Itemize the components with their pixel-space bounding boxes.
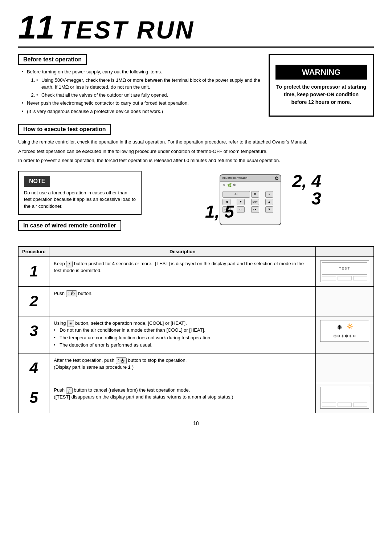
procedure-table: Procedure Description 1 Keep ƒ button pu… xyxy=(18,246,374,413)
wired-section: In case of wired remote controller xyxy=(18,220,142,235)
top-section: Before test operation Before turning on … xyxy=(18,54,374,117)
remote-diagram: REMOTE CONTROLLER ⏻ ☀ 🌿 ❄ ⊕↑ ⚙ ≡ ◀ ▼ xyxy=(205,171,321,229)
mode-button-3: ≡ xyxy=(67,320,74,327)
proc-desc-2: Push ⁚ ⏻ button. xyxy=(49,286,316,316)
btn-down: ▼ xyxy=(237,199,245,205)
how-to-body: Using the remote controller, check the o… xyxy=(18,138,374,164)
before-num-2: Check that all the valves of the outdoor… xyxy=(36,92,261,99)
table-header-procedure: Procedure xyxy=(19,247,49,257)
before-numbered-list: Using 500V-megger, check there is 1MΩ or… xyxy=(25,77,261,99)
table-header-description: Description xyxy=(49,247,316,257)
chapter-title: TEST RUN xyxy=(60,17,195,42)
warning-content: WARNING To protect the compressor at sta… xyxy=(275,65,367,106)
proc-num-4: 4 xyxy=(19,353,49,383)
remote-diagram-area: REMOTE CONTROLLER ⏻ ☀ 🌿 ❄ ⊕↑ ⚙ ≡ ◀ ▼ xyxy=(152,171,374,229)
wired-header: In case of wired remote controller xyxy=(18,220,121,231)
display-empty: — xyxy=(322,389,367,401)
display-mock-5: — xyxy=(320,387,369,409)
btn-up: ▲ xyxy=(265,199,273,205)
proc-img-2 xyxy=(316,286,374,316)
page-number: 18 xyxy=(18,420,374,426)
before-bullet-1: Before turning on the power supply, carr… xyxy=(22,69,261,76)
note-and-wired: NOTE Do not use a forced operation in ca… xyxy=(18,171,142,240)
proc-num-1: 1 xyxy=(19,257,49,287)
warning-text: To protect the compressor at starting ti… xyxy=(276,84,366,105)
proc-bullet-3-3: The detection of error is performed as u… xyxy=(54,342,311,349)
power-button-4: ⁚ ⏻ xyxy=(116,357,127,364)
chapter-number: 11 xyxy=(18,11,54,44)
title-divider xyxy=(18,46,374,48)
display-test-label: TEST xyxy=(322,262,367,275)
mode-sub-icons: ⚙❄☀❄☀❄ xyxy=(333,333,356,339)
cool-icon: ❄ xyxy=(337,323,342,332)
table-row: 3 Using ≡ button, select the operation m… xyxy=(19,316,374,353)
remote-icons-row: ☀ 🌿 ❄ xyxy=(220,182,281,190)
warning-badge: WARNING xyxy=(275,65,367,80)
btn-dn2: ▼ xyxy=(265,206,273,213)
btn-menu: ≡ xyxy=(265,191,273,198)
btn-unit: UNIT xyxy=(251,199,259,205)
table-row: 5 Push ƒ button to cancel (release from)… xyxy=(19,383,374,413)
btn-gear: ⚙ xyxy=(251,191,259,198)
proc-num-3: 3 xyxy=(19,316,49,353)
proc-img-5: — xyxy=(316,383,374,413)
proc-desc-3: Using ≡ button, select the operation mod… xyxy=(49,316,316,353)
display-bottom-5 xyxy=(322,403,367,407)
leaf-icon: 🌿 xyxy=(227,183,232,187)
table-row: 2 Push ⁚ ⏻ button. xyxy=(19,286,374,316)
page-title: 11 TEST RUN xyxy=(18,11,374,44)
proc-bullet-3-2: The temperature controlling function doe… xyxy=(54,335,311,341)
how-to-section: How to execute test operation Using the … xyxy=(18,124,374,164)
mode-icons: ❄ 🔆 xyxy=(337,323,353,332)
how-para-2: A forced test operation can be executed … xyxy=(18,148,374,155)
remote-label: REMOTE CONTROLLER xyxy=(222,177,247,179)
btn-fan: F▼ xyxy=(251,206,259,213)
proc-bullet-3-1: Do not run the air conditioner in a mode… xyxy=(54,327,311,334)
proc-img-1: TEST xyxy=(316,257,374,287)
proc-desc-5: Push ƒ button to cancel (release from) t… xyxy=(49,383,316,413)
table-header-image xyxy=(316,247,374,257)
mode-icons-box: ❄ 🔆 ⚙❄☀❄☀❄ xyxy=(320,320,369,342)
display-mock-1: TEST xyxy=(320,260,369,282)
table-row: 1 Keep ƒ button pushed for 4 seconds or … xyxy=(19,257,374,287)
diagram-number-right: 2, 4 3 xyxy=(292,173,321,207)
before-test-list: Before turning on the power supply, carr… xyxy=(18,69,261,115)
proc-desc-1: Keep ƒ button pushed for 4 seconds or mo… xyxy=(49,257,316,287)
sun-icon: ☀ xyxy=(222,183,226,187)
btn-on-off: ⊕↑ xyxy=(222,191,250,198)
how-to-header: How to execute test operation xyxy=(18,124,111,135)
proc-num-5: 5 xyxy=(19,383,49,413)
note-header: NOTE xyxy=(24,176,50,187)
how-para-3: In order to prevent a serial operation, … xyxy=(18,157,374,164)
func-button-1: ƒ xyxy=(66,261,73,267)
proc-bullets-3: Do not run the air conditioner in a mode… xyxy=(54,327,311,349)
btn-cl: CL xyxy=(237,206,245,213)
proc-img-4 xyxy=(316,353,374,383)
proc-desc-4: After the test operation, push ⁚ ⏻ butto… xyxy=(49,353,316,383)
note-diagram-section: NOTE Do not use a forced operation in ca… xyxy=(18,171,374,240)
heat-icon: 🔆 xyxy=(347,323,353,332)
diagram-number-left: 1, 5 xyxy=(205,202,234,222)
remote-top-bar: REMOTE CONTROLLER ⏻ xyxy=(220,175,281,182)
note-box: NOTE Do not use a forced operation in ca… xyxy=(18,171,142,215)
warning-box: WARNING To protect the compressor at sta… xyxy=(269,54,374,117)
before-num-1: Using 500V-megger, check there is 1MΩ or… xyxy=(36,77,261,91)
proc-img-3: ❄ 🔆 ⚙❄☀❄☀❄ xyxy=(316,316,374,353)
before-bullet-2: Never push the electromagnetic contactor… xyxy=(22,100,261,107)
func-button-5: ƒ xyxy=(66,387,73,394)
before-test-section: Before test operation Before turning on … xyxy=(18,54,261,117)
how-para-1: Using the remote controller, check the o… xyxy=(18,138,374,146)
snow-icon-sm: ❄ xyxy=(233,183,236,187)
before-bullet-3: (It is very dangerous because a protecti… xyxy=(22,108,261,115)
power-button-2: ⁚ ⏻ xyxy=(66,290,77,297)
display-bottom-1 xyxy=(322,276,367,280)
before-test-header: Before test operation xyxy=(18,54,87,65)
proc-num-2: 2 xyxy=(19,286,49,316)
power-icon: ⏻ xyxy=(275,176,278,180)
ref-1: 1 xyxy=(128,364,131,370)
table-row: 4 After the test operation, push ⁚ ⏻ but… xyxy=(19,353,374,383)
note-text: Do not use a forced operation in cases o… xyxy=(24,190,136,210)
